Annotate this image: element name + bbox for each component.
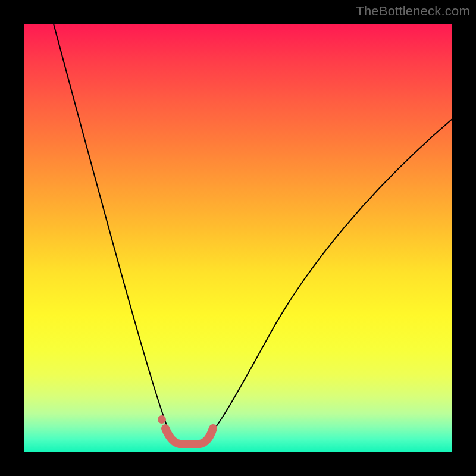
optimal-range-highlight — [165, 428, 213, 444]
watermark-text: TheBottleneck.com — [356, 4, 470, 19]
bottleneck-curve — [54, 24, 452, 446]
curve-layer — [24, 24, 452, 452]
highlight-dot-icon — [158, 415, 166, 424]
chart-stage: TheBottleneck.com — [0, 0, 476, 476]
plot-area — [24, 24, 452, 452]
